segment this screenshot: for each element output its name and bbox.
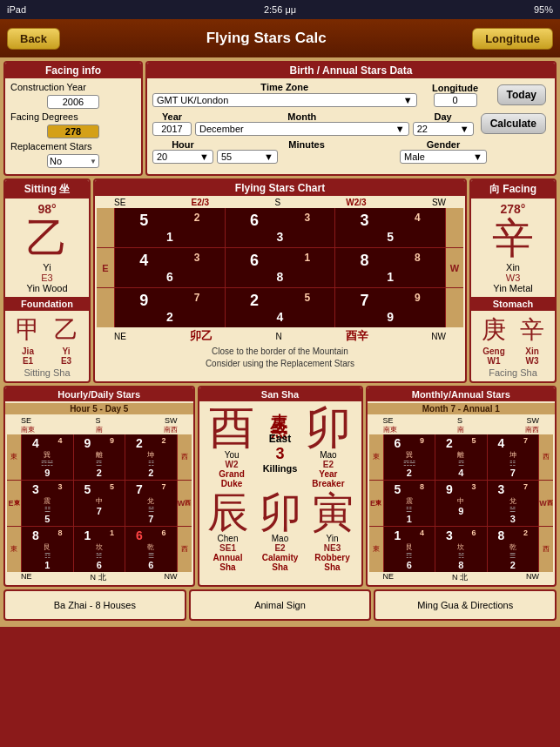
hourly-title: Hourly/Daily Stars bbox=[5, 387, 193, 401]
foundation-code-1: Jia bbox=[16, 347, 40, 356]
h-cell-7: 88 艮 ☶ 1 bbox=[22, 527, 73, 572]
m-corner-3: 東 bbox=[369, 527, 383, 572]
day-arrow: ▼ bbox=[460, 124, 469, 134]
ba-zhai-label: Ba Zhai - 8 Houses bbox=[54, 600, 136, 610]
replacement-stars-row: Replacement Stars bbox=[10, 141, 136, 151]
ming-gua-label: Ming Gua & Directions bbox=[417, 600, 513, 610]
construction-year-input[interactable] bbox=[47, 95, 99, 109]
animal-sign-box[interactable]: Animal Sign bbox=[189, 589, 372, 621]
sitting-roman-code: Yi bbox=[9, 262, 85, 273]
star-grid: 52 1 63 3 34 5 E 43 6 bbox=[97, 208, 463, 327]
flying-stars-chart: Flying Stars Chart SE E2/3 S W2/3 SW 52 … bbox=[93, 178, 467, 383]
construction-year-label: Construction Year bbox=[10, 82, 136, 92]
m-cell-6: 37 兌 ☱ 3 bbox=[488, 481, 539, 526]
cell-NW: 79 9 bbox=[335, 288, 445, 327]
chart-note-1: Close to the border of the Mountain bbox=[97, 347, 463, 356]
hourly-dir-top: SESSW bbox=[7, 416, 192, 425]
gender-select[interactable]: Male ▼ bbox=[400, 150, 487, 164]
h-corner-1: 東 bbox=[7, 434, 21, 480]
top-label-E23: E2/3 bbox=[192, 198, 210, 207]
facing-sha-item-1: 庚 Geng W1 bbox=[482, 313, 506, 366]
h-cell-9: 66 乾 ☰ 6 bbox=[125, 527, 177, 572]
today-button[interactable]: Today bbox=[497, 84, 546, 105]
h-cell-1: 44 巽 ☶☵ 9 bbox=[22, 434, 73, 480]
sitting-element-name: Yin Wood bbox=[9, 283, 85, 293]
construction-year-row: Construction Year bbox=[10, 82, 136, 92]
facing-sha-label: Facing Sha bbox=[475, 367, 551, 378]
sansha-box: San Sha 酉 You W2 Grand Duke 三煞 東 East 3 … bbox=[198, 386, 363, 587]
h-W-side: W西 bbox=[178, 481, 192, 526]
m-corner-4: 西 bbox=[539, 527, 553, 572]
facing-sha-code-1: Geng bbox=[482, 347, 506, 356]
sitting-title: Sitting 坐 bbox=[5, 180, 89, 199]
month-arrow: ▼ bbox=[395, 124, 405, 134]
foundation-item-2: 乙 Yi E3 bbox=[54, 313, 78, 366]
gender-label: Gender bbox=[400, 139, 487, 150]
hour-select[interactable]: 20 ▼ bbox=[152, 150, 213, 164]
minutes-select[interactable]: 55 ▼ bbox=[217, 150, 278, 164]
dir-E-side: E bbox=[97, 248, 114, 287]
foundation-element-2: E3 bbox=[54, 356, 78, 366]
facing-sha-element-1: W1 bbox=[482, 356, 506, 366]
m-W-side: W西 bbox=[539, 481, 553, 526]
bottom-label-mao: 卯乙 bbox=[190, 328, 213, 344]
dir-NW-bottom: NW bbox=[431, 332, 446, 341]
bottom-sections: Hourly/Daily Stars Hour 5 - Day 5 SESSW … bbox=[3, 386, 557, 587]
dir-E-label bbox=[97, 208, 114, 247]
timezone-select[interactable]: GMT UK/London ▼ bbox=[152, 93, 417, 107]
cell-NE: 97 2 bbox=[115, 288, 225, 327]
middle-section: Sitting 坐 98° 乙 Yi E3 Yin Wood Foundatio… bbox=[3, 178, 557, 383]
ming-gua-box[interactable]: Ming Gua & Directions bbox=[374, 589, 557, 621]
hourly-chinese-top: 南東南南西 bbox=[7, 425, 192, 434]
foundation-code-2: Yi bbox=[54, 347, 78, 356]
status-left: iPad bbox=[7, 4, 26, 15]
action-buttons: Today bbox=[494, 84, 550, 105]
m-corner-2: 西 bbox=[539, 434, 553, 480]
facing-info-box: Facing info Construction Year Facing Deg… bbox=[3, 61, 143, 176]
dir-W-side: W bbox=[446, 248, 463, 287]
ba-zhai-box[interactable]: Ba Zhai - 8 Houses bbox=[3, 589, 186, 621]
monthly-dir-bottom: NEN 北NW bbox=[369, 572, 554, 583]
birth-stars-box: Birth / Annual Stars Data Time Zone GMT … bbox=[145, 61, 557, 176]
replacement-stars-select[interactable]: No ▼ bbox=[47, 154, 99, 168]
cell-W: 88 1 bbox=[335, 248, 445, 287]
construction-year-value-row bbox=[10, 95, 136, 109]
sansha-three-killings: 三煞 東 East 3 Killings bbox=[263, 405, 298, 474]
sitting-box: Sitting 坐 98° 乙 Yi E3 Yin Wood Foundatio… bbox=[3, 178, 91, 383]
birth-stars-title: Birth / Annual Stars Data bbox=[147, 63, 555, 78]
sitting-element: E3 bbox=[9, 273, 85, 283]
dir-S-top: S bbox=[274, 198, 280, 207]
sansha-yin: 寅 Yin NE3 Robbery Sha bbox=[307, 492, 358, 572]
chart-title: Flying Stars Chart bbox=[95, 180, 465, 196]
facing-box: 向 Facing 278° 辛 Xin W3 Yin Metal Stomach… bbox=[469, 178, 557, 383]
main-content: Facing info Construction Year Facing Deg… bbox=[0, 57, 560, 627]
facing-element: W3 bbox=[475, 273, 551, 283]
sitting-chinese-char: 乙 bbox=[9, 216, 85, 262]
longitude-input[interactable] bbox=[434, 93, 477, 107]
m-cell-5: 93 中 9 bbox=[435, 481, 487, 526]
hourly-daily-box: Hourly/Daily Stars Hour 5 - Day 5 SESSW … bbox=[3, 386, 195, 587]
year-label: Year bbox=[152, 111, 192, 122]
hourly-subtitle: Hour 5 - Day 5 bbox=[5, 403, 193, 414]
bottom-label-you: 酉辛 bbox=[346, 328, 368, 344]
back-button[interactable]: Back bbox=[7, 28, 60, 50]
dir-W-label-top bbox=[446, 208, 463, 247]
timezone-label: Time Zone bbox=[152, 82, 417, 92]
year-input[interactable] bbox=[152, 122, 192, 136]
monthly-subtitle: Month 7 - Annual 1 bbox=[368, 403, 556, 414]
calculate-button[interactable]: Calculate bbox=[481, 113, 546, 134]
monthly-title: Monthly/Annual Stars bbox=[368, 387, 556, 401]
sansha-bottom-row: 辰 Chen SE1 Annual Sha 卯 Mao E2 Calamity … bbox=[201, 490, 360, 574]
day-select[interactable]: 22 ▼ bbox=[413, 122, 474, 136]
month-select[interactable]: December ▼ bbox=[195, 122, 409, 136]
foundation-element-1: E1 bbox=[16, 356, 40, 366]
sansha-mao-bottom: 卯 Mao E2 Calamity Sha bbox=[255, 492, 306, 572]
replacement-stars-arrow: ▼ bbox=[90, 158, 97, 165]
status-time: 2:56 μμ bbox=[264, 4, 296, 15]
facing-degrees-input[interactable] bbox=[47, 124, 99, 138]
facing-sha-chars: 庚 Geng W1 辛 Xin W3 bbox=[475, 313, 551, 366]
longitude-button[interactable]: Longitude bbox=[472, 28, 553, 50]
gender-arrow: ▼ bbox=[473, 151, 482, 162]
status-bar: iPad 2:56 μμ 95% bbox=[0, 0, 560, 19]
foundation-char-1: 甲 bbox=[16, 313, 40, 347]
